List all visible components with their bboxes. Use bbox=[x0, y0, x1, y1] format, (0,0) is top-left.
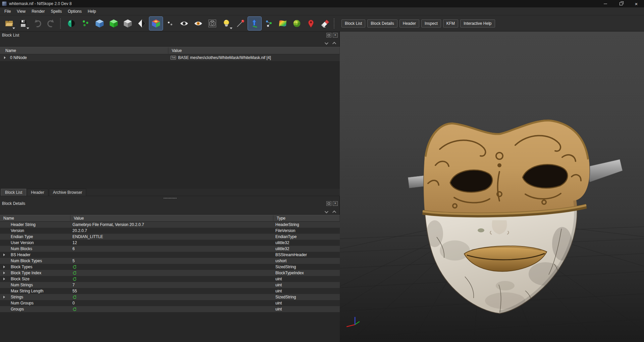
toolbar-button-block-details[interactable]: Block Details bbox=[367, 19, 397, 27]
block-list-panel-buttons: × bbox=[326, 33, 338, 38]
expand-arrow-icon[interactable] bbox=[3, 278, 5, 280]
expand-arrow-icon[interactable] bbox=[3, 272, 5, 274]
expand-arrow-icon[interactable] bbox=[4, 56, 6, 59]
block-details-row[interactable]: Version20.2.0.7FileVersion bbox=[0, 228, 340, 234]
green-sphere-button[interactable] bbox=[290, 17, 304, 30]
open-folder-button[interactable] bbox=[2, 17, 16, 30]
toolbar-button-kfm[interactable]: KFM bbox=[443, 19, 458, 27]
eye-orange-button[interactable] bbox=[192, 17, 205, 30]
redo-arrow-button[interactable] bbox=[45, 17, 58, 30]
teal-orb-button[interactable] bbox=[65, 17, 78, 30]
save-floppy-button[interactable] bbox=[16, 17, 30, 30]
detail-name-label: Num Blocks bbox=[11, 246, 32, 251]
detail-name-label: Endian Type bbox=[11, 234, 33, 239]
name-cell: Num Blocks bbox=[0, 246, 70, 252]
detail-name-label: Version bbox=[11, 228, 24, 233]
green-cube-button[interactable] bbox=[107, 17, 120, 30]
value-cell: 0 bbox=[70, 300, 273, 306]
name-cell: Header String bbox=[0, 222, 70, 228]
block-list-row[interactable]: 0 NiNodeTxtBASE meshes\clothes/WhiteMask… bbox=[0, 54, 340, 61]
block-details-row[interactable]: Header StringGamebryo File Format, Versi… bbox=[0, 222, 340, 228]
float-panel-button[interactable] bbox=[326, 33, 331, 38]
block-details-row[interactable]: Groupsuint bbox=[0, 306, 340, 312]
close-button[interactable]: × bbox=[629, 0, 644, 7]
redo-arrow-icon bbox=[47, 19, 56, 28]
viewport-3d[interactable] bbox=[340, 32, 644, 342]
lightbulb-button[interactable] bbox=[220, 17, 233, 30]
tab-block-list[interactable]: Block List bbox=[1, 189, 26, 196]
block-details-row[interactable]: Endian TypeENDIAN_LITTLEEndianType bbox=[0, 234, 340, 240]
undo-arrow-button[interactable] bbox=[31, 17, 44, 30]
menu-help[interactable]: Help bbox=[85, 7, 99, 15]
block-details-row[interactable]: Num Strings7uint bbox=[0, 282, 340, 288]
detail-name-label: Groups bbox=[11, 307, 24, 311]
eye-button[interactable] bbox=[177, 17, 191, 30]
dropdown-caret-icon bbox=[230, 27, 232, 29]
detail-name-label: Num Groups bbox=[11, 301, 34, 305]
gradient-ribbon-button[interactable] bbox=[276, 17, 289, 30]
block-details-row[interactable]: Block Sizeuint bbox=[0, 276, 340, 282]
minimize-button[interactable] bbox=[598, 0, 613, 7]
chevron-up-icon[interactable] bbox=[332, 42, 336, 46]
block-details-row[interactable]: User Version12ulittle32 bbox=[0, 240, 340, 246]
menu-options[interactable]: Options bbox=[65, 7, 85, 15]
menu-spells[interactable]: Spells bbox=[48, 7, 65, 15]
block-details-header: Name Value Type bbox=[0, 215, 340, 222]
eraser-icon bbox=[320, 19, 330, 28]
close-panel-button[interactable]: × bbox=[333, 33, 338, 38]
menu-render[interactable]: Render bbox=[29, 7, 48, 15]
toolbar-button-header[interactable]: Header bbox=[399, 19, 419, 27]
gray-cube-button[interactable] bbox=[121, 17, 135, 30]
toolbar-button-interactive-help[interactable]: Interactive Help bbox=[460, 19, 495, 27]
menu-file[interactable]: File bbox=[1, 7, 14, 15]
name-cell: Endian Type bbox=[0, 234, 70, 240]
block-list-table: 0 NiNodeTxtBASE meshes\clothes/WhiteMask… bbox=[0, 54, 340, 189]
vertex-dots-button[interactable] bbox=[163, 17, 177, 30]
block-details-row[interactable]: BS HeaderBSStreamHeader bbox=[0, 252, 340, 258]
half-diamond-button[interactable] bbox=[135, 17, 149, 30]
detail-value-label: 7 bbox=[72, 283, 75, 287]
block-details-row[interactable]: Block Type IndexBlockTypeIndex bbox=[0, 270, 340, 276]
block-details-row[interactable]: Block TypesSizedString bbox=[0, 264, 340, 270]
tab-header[interactable]: Header bbox=[27, 189, 48, 196]
block-details-row[interactable]: Num Blocks6ulittle32 bbox=[0, 246, 340, 252]
column-header-name: Name bbox=[0, 215, 70, 221]
red-needle-button[interactable] bbox=[234, 17, 247, 30]
node-graph-button[interactable] bbox=[262, 17, 275, 30]
block-details-row[interactable]: Max String Length55uint bbox=[0, 288, 340, 294]
white-mask-model[interactable] bbox=[405, 116, 626, 318]
toolbar-button-block-list[interactable]: Block List bbox=[341, 19, 365, 27]
half-diamond-icon bbox=[137, 19, 147, 28]
map-pin-icon bbox=[306, 19, 316, 28]
panel-splitter[interactable] bbox=[0, 196, 340, 200]
close-panel-button[interactable]: × bbox=[333, 201, 338, 206]
camera-button[interactable] bbox=[206, 17, 219, 30]
eraser-button[interactable] bbox=[318, 17, 332, 30]
chevron-down-icon[interactable] bbox=[325, 41, 328, 45]
green-dots-button[interactable] bbox=[79, 17, 92, 30]
expand-arrow-icon[interactable] bbox=[3, 296, 5, 298]
expand-arrow-icon[interactable] bbox=[3, 253, 5, 256]
block-details-row[interactable]: Num Block Types5ushort bbox=[0, 258, 340, 264]
map-pin-button[interactable] bbox=[304, 17, 318, 30]
menu-view[interactable]: View bbox=[14, 7, 29, 15]
blue-cube-button[interactable] bbox=[93, 17, 106, 30]
block-details-row[interactable]: Num Groups0uint bbox=[0, 300, 340, 306]
detail-type-label: uint bbox=[275, 283, 282, 287]
expand-arrow-icon[interactable] bbox=[3, 266, 5, 268]
detail-name-label: BS Header bbox=[11, 252, 31, 257]
chevron-up-icon[interactable] bbox=[332, 211, 336, 214]
blue-arrow-button[interactable] bbox=[248, 17, 261, 30]
restore-button[interactable] bbox=[613, 0, 629, 7]
type-cell: FileVersion bbox=[273, 228, 340, 234]
chevron-down-icon[interactable] bbox=[325, 210, 328, 213]
tab-archive-browser[interactable]: Archive Browser bbox=[49, 189, 86, 196]
toolbar-button-inspect[interactable]: Inspect bbox=[421, 19, 441, 27]
value-cell: 5 bbox=[70, 258, 273, 264]
textured-cube-button[interactable] bbox=[149, 17, 163, 30]
toolbar: Block ListBlock DetailsHeaderInspectKFMI… bbox=[0, 15, 644, 32]
block-details-row[interactable]: StringsSizedString bbox=[0, 294, 340, 300]
float-panel-button[interactable] bbox=[326, 201, 331, 206]
column-header-type: Type bbox=[273, 215, 340, 221]
string-type-icon: Txt bbox=[170, 56, 176, 60]
